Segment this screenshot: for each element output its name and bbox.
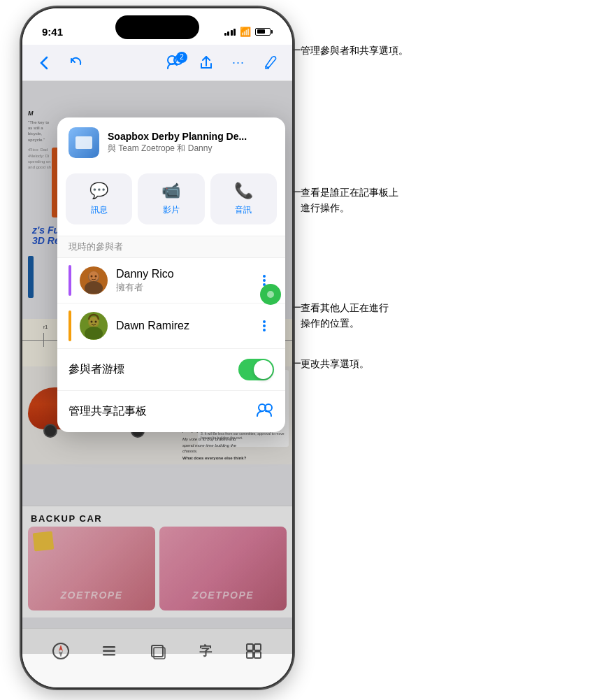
svg-point-20 bbox=[267, 291, 274, 298]
participant-name-danny: Danny Rico bbox=[116, 268, 246, 280]
participants-section-header: 現時的參與者 bbox=[57, 236, 285, 258]
annotation-2: 查看是誰正在記事板上 進行操作。 bbox=[301, 185, 440, 215]
collab-avatar-inner bbox=[69, 127, 99, 158]
annotations-container: 管理參與者和共享選項。 查看是誰正在記事板上 進行操作。 查看其他人正在進行 操… bbox=[294, 0, 590, 700]
canvas-area: M "The key toas still abicycle,upcycle."… bbox=[22, 81, 292, 654]
audio-button[interactable]: 📞 音訊 bbox=[210, 173, 277, 224]
participant-role-danny: 擁有者 bbox=[116, 281, 246, 294]
collab-button[interactable]: 2 bbox=[165, 53, 185, 73]
audio-icon: 📞 bbox=[234, 182, 253, 200]
phone-frame: 9:41 📶 bbox=[21, 7, 294, 689]
more-button[interactable]: ··· bbox=[228, 52, 249, 73]
manage-board-row[interactable]: 管理共享記事板 bbox=[57, 391, 285, 432]
annotation-4: 更改共享選項。 bbox=[301, 357, 440, 371]
svg-rect-26 bbox=[103, 654, 115, 656]
svg-point-16 bbox=[263, 324, 266, 327]
participant-row-dawn[interactable]: Dawn Ramirez bbox=[57, 303, 285, 349]
collab-count: 2 bbox=[176, 52, 187, 63]
message-icon: 💬 bbox=[89, 182, 108, 200]
back-button[interactable] bbox=[34, 52, 55, 73]
annotation-1: 管理參與者和共享選項。 bbox=[301, 43, 573, 57]
cursor-indicator bbox=[260, 284, 281, 305]
status-time: 9:41 bbox=[42, 26, 63, 38]
dynamic-island bbox=[115, 15, 199, 39]
message-label: 訊息 bbox=[91, 204, 108, 216]
participant-avatar-dawn bbox=[80, 312, 108, 340]
participant-name-area-dawn: Dawn Ramirez bbox=[116, 320, 246, 333]
undo-button[interactable] bbox=[66, 52, 87, 73]
participant-name-dawn: Dawn Ramirez bbox=[116, 320, 246, 332]
message-button[interactable]: 💬 訊息 bbox=[66, 173, 132, 224]
annotation-connectors bbox=[294, 0, 590, 700]
status-icons: 📶 bbox=[224, 27, 273, 37]
collab-header: Soapbox Derby Planning De... 與 Team Zoet… bbox=[57, 117, 285, 168]
video-label: 影片 bbox=[163, 204, 180, 216]
cursor-toggle-label: 參與者游標 bbox=[69, 362, 230, 377]
edit-button[interactable] bbox=[260, 52, 281, 73]
svg-point-14 bbox=[95, 321, 97, 323]
toolbar-right: 2 ··· bbox=[165, 52, 281, 73]
participant-name-area-danny: Danny Rico 擁有者 bbox=[116, 268, 246, 294]
collab-actions: 💬 訊息 📹 影片 📞 音訊 bbox=[57, 168, 285, 236]
toolbar: 2 ··· bbox=[22, 45, 292, 81]
participant-row-danny[interactable]: Danny Rico 擁有者 bbox=[57, 258, 285, 303]
svg-point-3 bbox=[85, 281, 103, 294]
collab-title-area: Soapbox Derby Planning De... 與 Team Zoet… bbox=[108, 131, 274, 155]
participant-avatar-danny bbox=[80, 266, 108, 294]
collab-panel: Soapbox Derby Planning De... 與 Team Zoet… bbox=[57, 117, 285, 432]
cursor-toggle-switch[interactable] bbox=[238, 359, 274, 380]
signal-bars-icon bbox=[224, 27, 236, 36]
collab-avatar bbox=[69, 127, 99, 158]
svg-point-11 bbox=[85, 327, 103, 339]
toggle-thumb bbox=[254, 360, 273, 379]
svg-point-7 bbox=[263, 275, 266, 278]
battery-icon bbox=[255, 28, 273, 36]
wifi-icon: 📶 bbox=[240, 27, 251, 37]
svg-point-13 bbox=[91, 321, 93, 323]
audio-label: 音訊 bbox=[235, 204, 252, 216]
collab-subtitle: 與 Team Zoetrope 和 Danny bbox=[108, 143, 274, 155]
svg-point-5 bbox=[91, 276, 93, 278]
share-button[interactable] bbox=[196, 52, 217, 73]
svg-point-8 bbox=[263, 279, 266, 282]
video-button[interactable]: 📹 影片 bbox=[138, 173, 204, 224]
svg-point-6 bbox=[95, 276, 97, 278]
manage-board-label: 管理共享記事板 bbox=[69, 404, 247, 419]
svg-point-17 bbox=[263, 329, 266, 331]
participant-indicator-danny bbox=[69, 265, 71, 296]
cursor-toggle-row: 參與者游標 bbox=[57, 349, 285, 391]
participant-indicator-dawn bbox=[69, 310, 71, 341]
svg-point-15 bbox=[263, 320, 266, 323]
collab-title: Soapbox Derby Planning De... bbox=[108, 131, 274, 142]
status-bar: 9:41 📶 bbox=[22, 8, 292, 45]
manage-board-icon bbox=[256, 401, 274, 422]
participant-menu-dawn[interactable] bbox=[254, 316, 274, 336]
annotation-3: 查看其他人正在進行 操作的位置。 bbox=[301, 301, 440, 331]
video-icon: 📹 bbox=[161, 182, 180, 200]
